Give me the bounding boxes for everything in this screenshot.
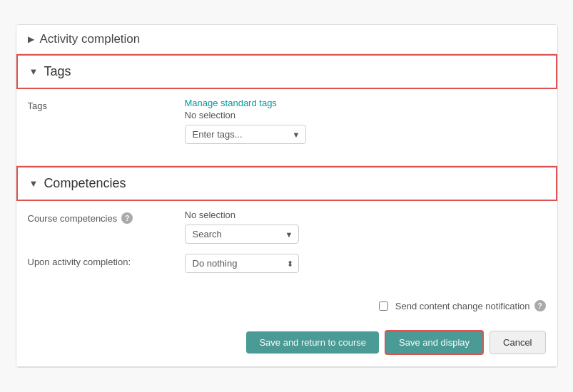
send-notification-checkbox[interactable] (379, 301, 388, 311)
competencies-no-selection: No selection (185, 210, 546, 220)
tags-section-body: Tags Manage standard tags No selection E… (16, 89, 557, 165)
notification-row: Send content change notification ? (16, 294, 557, 323)
upon-completion-row: Upon activity completion: Do nothing ⬍ (28, 254, 546, 273)
completion-action-dropdown[interactable]: Do nothing (185, 254, 299, 273)
upon-completion-label: Upon activity completion: (28, 254, 185, 267)
tags-toggle-icon: ▼ (29, 66, 39, 77)
completion-action-wrapper: Do nothing ⬍ (185, 254, 299, 273)
tags-form-row: Tags Manage standard tags No selection E… (28, 98, 546, 144)
activity-completion-header[interactable]: ▶ Activity completion (16, 25, 557, 53)
cancel-button[interactable]: Cancel (490, 331, 545, 354)
main-container: ▶ Activity completion ▼ Tags Tags Manage… (16, 24, 558, 368)
notification-help-icon[interactable]: ? (534, 300, 546, 311)
save-return-button[interactable]: Save and return to course (246, 331, 379, 354)
tags-dropdown[interactable]: Enter tags... (185, 125, 306, 144)
competencies-section: ▼ Competencies Course competencies ? No … (16, 166, 557, 367)
tags-no-selection: No selection (185, 110, 546, 120)
tags-label: Tags (28, 98, 185, 111)
footer-buttons: Save and return to course Save and displ… (16, 323, 557, 366)
tags-section-title: Tags (44, 64, 71, 79)
activity-completion-toggle-icon: ▶ (28, 34, 34, 44)
manage-standard-tags-link[interactable]: Manage standard tags (185, 98, 546, 108)
competencies-section-title: Competencies (44, 176, 126, 191)
tags-section-header[interactable]: ▼ Tags (16, 54, 557, 89)
activity-completion-title: Activity completion (40, 32, 141, 46)
course-competencies-help-icon[interactable]: ? (121, 212, 133, 224)
competencies-search-dropdown[interactable]: Search (185, 225, 299, 244)
competencies-section-body: Course competencies ? No selection Searc… (16, 201, 557, 294)
save-display-button[interactable]: Save and display (385, 330, 484, 355)
tags-control: Manage standard tags No selection Enter … (185, 98, 546, 144)
tags-section: ▼ Tags Tags Manage standard tags No sele… (16, 54, 557, 166)
course-competencies-label: Course competencies ? (28, 210, 185, 224)
competencies-toggle-icon: ▼ (29, 178, 39, 189)
activity-completion-section: ▶ Activity completion (16, 25, 557, 54)
course-competencies-control: No selection Search ▼ (185, 210, 546, 244)
upon-completion-control: Do nothing ⬍ (185, 254, 546, 273)
competencies-section-header[interactable]: ▼ Competencies (16, 166, 557, 201)
notification-label: Send content change notification ? (379, 300, 546, 311)
course-competencies-row: Course competencies ? No selection Searc… (28, 210, 546, 244)
competencies-search-wrapper: Search ▼ (185, 225, 299, 244)
tags-select-wrapper: Enter tags... ▼ (185, 125, 306, 144)
